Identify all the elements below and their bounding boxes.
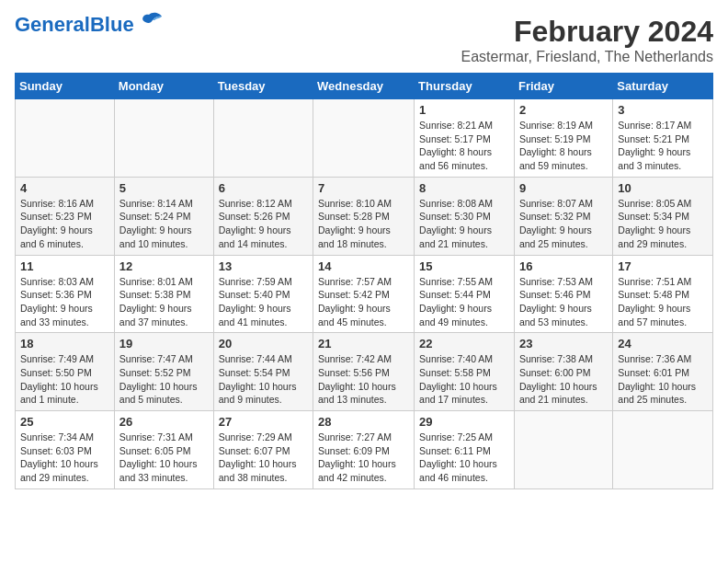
day-number: 17	[618, 259, 708, 273]
calendar-cell	[16, 99, 115, 178]
col-sunday: Sunday	[16, 74, 115, 99]
calendar-body: 1Sunrise: 8:21 AM Sunset: 5:17 PM Daylig…	[16, 99, 713, 489]
calendar-header: Sunday Monday Tuesday Wednesday Thursday…	[16, 74, 713, 99]
day-info: Sunrise: 7:27 AM Sunset: 6:09 PM Dayligh…	[318, 431, 409, 485]
calendar-cell: 25Sunrise: 7:34 AM Sunset: 6:03 PM Dayli…	[16, 411, 115, 489]
title-area: February 2024 Eastermar, Friesland, The …	[461, 15, 714, 65]
day-info: Sunrise: 7:29 AM Sunset: 6:07 PM Dayligh…	[219, 431, 308, 485]
calendar-cell: 8Sunrise: 8:08 AM Sunset: 5:30 PM Daylig…	[415, 177, 515, 255]
calendar-cell: 29Sunrise: 7:25 AM Sunset: 6:11 PM Dayli…	[415, 411, 515, 489]
day-info: Sunrise: 7:31 AM Sunset: 6:05 PM Dayligh…	[119, 431, 209, 485]
calendar-cell: 6Sunrise: 8:12 AM Sunset: 5:26 PM Daylig…	[213, 177, 313, 255]
week-row-3: 11Sunrise: 8:03 AM Sunset: 5:36 PM Dayli…	[16, 255, 713, 333]
calendar-cell: 28Sunrise: 7:27 AM Sunset: 6:09 PM Dayli…	[313, 411, 415, 489]
day-number: 15	[419, 259, 509, 273]
logo-bird-icon	[136, 11, 162, 31]
calendar-cell: 9Sunrise: 8:07 AM Sunset: 5:32 PM Daylig…	[514, 177, 612, 255]
day-info: Sunrise: 7:36 AM Sunset: 6:01 PM Dayligh…	[618, 352, 708, 407]
day-number: 3	[618, 103, 708, 117]
location-subtitle: Eastermar, Friesland, The Netherlands	[461, 49, 714, 65]
day-number: 2	[519, 103, 608, 117]
day-number: 27	[219, 415, 308, 429]
calendar-cell: 16Sunrise: 7:53 AM Sunset: 5:46 PM Dayli…	[514, 255, 612, 333]
day-number: 26	[119, 415, 209, 429]
day-number: 25	[20, 415, 109, 429]
calendar-cell: 19Sunrise: 7:47 AM Sunset: 5:52 PM Dayli…	[114, 333, 213, 411]
day-number: 13	[219, 259, 308, 273]
calendar-cell: 11Sunrise: 8:03 AM Sunset: 5:36 PM Dayli…	[16, 255, 115, 333]
day-number: 20	[219, 337, 308, 350]
day-number: 29	[419, 415, 509, 429]
day-info: Sunrise: 8:08 AM Sunset: 5:30 PM Dayligh…	[419, 197, 509, 251]
day-info: Sunrise: 7:42 AM Sunset: 5:56 PM Dayligh…	[318, 352, 409, 407]
day-number: 9	[519, 181, 608, 195]
day-info: Sunrise: 7:49 AM Sunset: 5:50 PM Dayligh…	[20, 352, 109, 407]
calendar-cell: 3Sunrise: 8:17 AM Sunset: 5:21 PM Daylig…	[613, 99, 713, 178]
day-info: Sunrise: 8:01 AM Sunset: 5:38 PM Dayligh…	[119, 275, 209, 329]
day-info: Sunrise: 8:07 AM Sunset: 5:32 PM Dayligh…	[519, 197, 608, 251]
day-number: 4	[20, 181, 109, 195]
day-number: 1	[419, 103, 509, 117]
day-number: 24	[618, 337, 708, 350]
day-info: Sunrise: 8:12 AM Sunset: 5:26 PM Dayligh…	[219, 197, 308, 251]
calendar-cell: 20Sunrise: 7:44 AM Sunset: 5:54 PM Dayli…	[213, 333, 313, 411]
calendar-cell: 18Sunrise: 7:49 AM Sunset: 5:50 PM Dayli…	[16, 333, 115, 411]
day-number: 14	[318, 259, 409, 273]
col-thursday: Thursday	[415, 74, 515, 99]
calendar-cell: 10Sunrise: 8:05 AM Sunset: 5:34 PM Dayli…	[613, 177, 713, 255]
day-number: 19	[119, 337, 209, 350]
logo: GeneralBlue	[15, 15, 162, 35]
day-info: Sunrise: 8:17 AM Sunset: 5:21 PM Dayligh…	[618, 119, 708, 173]
day-info: Sunrise: 8:14 AM Sunset: 5:24 PM Dayligh…	[119, 197, 209, 251]
day-info: Sunrise: 8:10 AM Sunset: 5:28 PM Dayligh…	[318, 197, 409, 251]
day-number: 28	[318, 415, 409, 429]
day-info: Sunrise: 7:59 AM Sunset: 5:40 PM Dayligh…	[219, 275, 308, 329]
day-info: Sunrise: 7:25 AM Sunset: 6:11 PM Dayligh…	[419, 431, 509, 485]
day-info: Sunrise: 7:38 AM Sunset: 6:00 PM Dayligh…	[519, 352, 608, 407]
calendar-cell: 7Sunrise: 8:10 AM Sunset: 5:28 PM Daylig…	[313, 177, 415, 255]
day-number: 18	[20, 337, 109, 350]
day-info: Sunrise: 7:57 AM Sunset: 5:42 PM Dayligh…	[318, 275, 409, 329]
page-header: GeneralBlue February 2024 Eastermar, Fri…	[15, 15, 713, 65]
calendar-cell: 26Sunrise: 7:31 AM Sunset: 6:05 PM Dayli…	[114, 411, 213, 489]
calendar-cell: 23Sunrise: 7:38 AM Sunset: 6:00 PM Dayli…	[514, 333, 612, 411]
header-row: Sunday Monday Tuesday Wednesday Thursday…	[16, 74, 713, 99]
calendar-cell	[313, 99, 415, 178]
calendar-cell: 27Sunrise: 7:29 AM Sunset: 6:07 PM Dayli…	[213, 411, 313, 489]
day-number: 21	[318, 337, 409, 350]
day-info: Sunrise: 7:44 AM Sunset: 5:54 PM Dayligh…	[219, 352, 308, 407]
calendar-cell: 24Sunrise: 7:36 AM Sunset: 6:01 PM Dayli…	[613, 333, 713, 411]
calendar-cell: 15Sunrise: 7:55 AM Sunset: 5:44 PM Dayli…	[415, 255, 515, 333]
day-info: Sunrise: 8:21 AM Sunset: 5:17 PM Dayligh…	[419, 119, 509, 173]
day-info: Sunrise: 7:51 AM Sunset: 5:48 PM Dayligh…	[618, 275, 708, 329]
day-number: 8	[419, 181, 509, 195]
calendar-cell: 2Sunrise: 8:19 AM Sunset: 5:19 PM Daylig…	[514, 99, 612, 178]
calendar-cell: 21Sunrise: 7:42 AM Sunset: 5:56 PM Dayli…	[313, 333, 415, 411]
calendar-cell: 5Sunrise: 8:14 AM Sunset: 5:24 PM Daylig…	[114, 177, 213, 255]
calendar-cell: 13Sunrise: 7:59 AM Sunset: 5:40 PM Dayli…	[213, 255, 313, 333]
day-number: 6	[219, 181, 308, 195]
week-row-2: 4Sunrise: 8:16 AM Sunset: 5:23 PM Daylig…	[16, 177, 713, 255]
week-row-4: 18Sunrise: 7:49 AM Sunset: 5:50 PM Dayli…	[16, 333, 713, 411]
calendar-cell: 12Sunrise: 8:01 AM Sunset: 5:38 PM Dayli…	[114, 255, 213, 333]
day-info: Sunrise: 7:34 AM Sunset: 6:03 PM Dayligh…	[20, 431, 109, 485]
day-info: Sunrise: 7:53 AM Sunset: 5:46 PM Dayligh…	[519, 275, 608, 329]
day-info: Sunrise: 7:55 AM Sunset: 5:44 PM Dayligh…	[419, 275, 509, 329]
col-friday: Friday	[514, 74, 612, 99]
col-saturday: Saturday	[613, 74, 713, 99]
week-row-1: 1Sunrise: 8:21 AM Sunset: 5:17 PM Daylig…	[16, 99, 713, 178]
col-wednesday: Wednesday	[313, 74, 415, 99]
col-tuesday: Tuesday	[213, 74, 313, 99]
calendar-cell: 4Sunrise: 8:16 AM Sunset: 5:23 PM Daylig…	[16, 177, 115, 255]
calendar-cell	[213, 99, 313, 178]
day-number: 5	[119, 181, 209, 195]
day-number: 12	[119, 259, 209, 273]
day-info: Sunrise: 8:05 AM Sunset: 5:34 PM Dayligh…	[618, 197, 708, 251]
day-info: Sunrise: 7:47 AM Sunset: 5:52 PM Dayligh…	[119, 352, 209, 407]
calendar-cell: 1Sunrise: 8:21 AM Sunset: 5:17 PM Daylig…	[415, 99, 515, 178]
calendar-cell	[613, 411, 713, 489]
day-info: Sunrise: 8:03 AM Sunset: 5:36 PM Dayligh…	[20, 275, 109, 329]
calendar-table: Sunday Monday Tuesday Wednesday Thursday…	[15, 73, 713, 489]
col-monday: Monday	[114, 74, 213, 99]
day-number: 16	[519, 259, 608, 273]
